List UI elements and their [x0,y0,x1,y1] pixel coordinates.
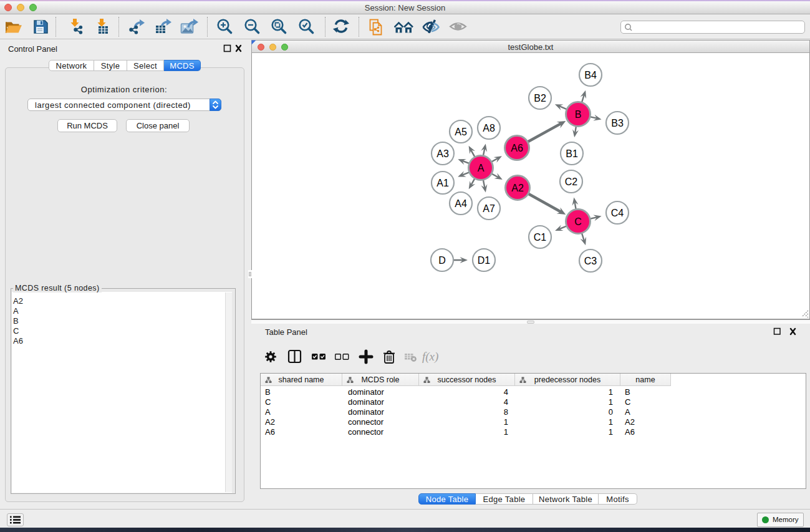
svg-text:A3: A3 [436,148,449,159]
svg-text:A7: A7 [483,203,495,214]
svg-text:A6: A6 [511,143,523,153]
svg-text:D1: D1 [478,255,491,266]
svg-text:A8: A8 [483,123,495,133]
svg-text:B4: B4 [584,70,597,80]
svg-text:B2: B2 [534,93,546,104]
svg-text:B3: B3 [611,118,624,128]
svg-text:C1: C1 [534,232,547,243]
svg-text:C3: C3 [584,256,597,266]
svg-text:A1: A1 [436,178,449,188]
svg-text:A5: A5 [455,127,467,137]
svg-text:B: B [575,109,582,120]
svg-text:A2: A2 [511,183,524,193]
svg-text:B1: B1 [566,148,578,159]
svg-text:A: A [478,163,485,173]
svg-text:C4: C4 [611,208,624,218]
svg-text:C2: C2 [565,177,578,187]
svg-text:C: C [574,216,582,227]
svg-text:A4: A4 [455,198,467,209]
svg-text:D: D [438,255,446,266]
